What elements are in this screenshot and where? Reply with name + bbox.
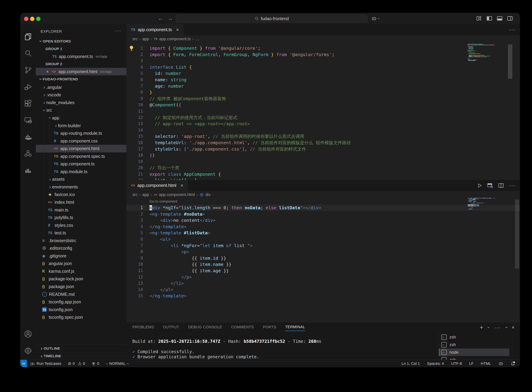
code-line-1[interactable]: 1import { Component } from '@angular/cor… xyxy=(126,45,520,51)
toggle-secondary-sidebar-icon[interactable] xyxy=(507,15,513,21)
outline-section[interactable]: › OUTLINE xyxy=(36,345,126,352)
code-line-10[interactable]: 10@Component({ xyxy=(126,102,520,108)
eol-sequence[interactable]: LF xyxy=(469,361,473,366)
tree-file-angular.json[interactable]: {}angular.json xyxy=(36,260,126,268)
tree-file-tsconfig.json[interactable]: TStsconfig.json xyxy=(36,306,126,313)
code-line-12[interactable]: 12 // 制定组件的使用方式，当前问标记形式 xyxy=(126,114,520,121)
code-line-19[interactable]: 19 xyxy=(126,159,520,165)
code-line-20[interactable]: 20// 导出一个类 xyxy=(126,165,520,171)
panel-tab-terminal[interactable]: TERMINAL xyxy=(285,323,305,331)
code-line-3[interactable]: 3 xyxy=(126,58,520,64)
tree-folder-src[interactable]: ›src xyxy=(36,107,126,114)
tree-file-tsconfig.spec.json[interactable]: {}tsconfig.spec.json xyxy=(36,313,126,321)
codelens-go-to-component[interactable]: Go to component xyxy=(126,198,520,205)
code-editor-typescript[interactable]: 1import { Component } from '@angular/cor… xyxy=(126,43,520,180)
sidebar-item-extensions[interactable] xyxy=(20,95,36,112)
code-line-5[interactable]: 5<ng-template #listData> xyxy=(126,230,520,236)
back-icon[interactable]: ← xyxy=(158,15,163,22)
code-line-3[interactable]: 3 <div>no content</div> xyxy=(126,217,520,224)
settings-button[interactable] xyxy=(20,342,36,359)
code-line-13[interactable]: 13 </li> xyxy=(126,280,520,286)
sidebar-item-live-share[interactable] xyxy=(20,145,36,162)
account-button[interactable] xyxy=(20,326,36,342)
tree-folder-node_modules[interactable]: ›node_modules xyxy=(36,99,126,107)
code-line-2[interactable]: 2<ng-template #noData> xyxy=(126,211,520,217)
code-line-4[interactable]: 4</ng-template> xyxy=(126,224,520,230)
toggle-panel-icon[interactable] xyxy=(497,15,503,21)
code-line-11[interactable]: 11 xyxy=(126,108,520,114)
code-line-21[interactable]: 21export class AppComponent { xyxy=(126,171,520,177)
close-icon[interactable]: × xyxy=(46,69,52,74)
code-line-1[interactable]: 1<div *ngIf="list.length === 0; then noD… xyxy=(126,205,520,211)
close-window-button[interactable] xyxy=(24,17,28,21)
sidebar-item-search[interactable] xyxy=(20,45,36,62)
terminal-session-node[interactable]: >_node xyxy=(439,349,509,356)
minimap[interactable] xyxy=(468,44,500,61)
breadcrumbs[interactable]: src› app› TS app.component.ts› … xyxy=(126,35,520,43)
scrollbar[interactable] xyxy=(508,44,512,79)
tree-file-app.component.spec.ts[interactable]: TSapp.component.spec.ts xyxy=(36,153,126,160)
explorer-more-actions[interactable]: ··· xyxy=(115,28,121,33)
terminal-dropdown-icon[interactable]: › xyxy=(486,327,491,328)
lightbulb-icon[interactable] xyxy=(129,45,134,51)
tree-file-styles.css[interactable]: #styles.css xyxy=(36,221,126,229)
tree-file-tsconfig.app.json[interactable]: {}tsconfig.app.json xyxy=(36,298,126,306)
code-line-6[interactable]: 6 <ul> xyxy=(126,236,520,243)
copilot-button[interactable]: › xyxy=(371,16,379,21)
tree-file-app.component.css[interactable]: #app.component.css xyxy=(36,137,126,145)
tab-app-component-html[interactable]: <> app.component.html × xyxy=(126,180,188,191)
code-line-4[interactable]: 4interface List { xyxy=(126,64,520,70)
open-editor-item[interactable]: TS app.component.ts src/app xyxy=(36,53,126,60)
tree-file-polyfills.ts[interactable]: TSpolyfills.ts xyxy=(36,214,126,221)
sidebar-item-charts[interactable] xyxy=(20,162,36,178)
code-editor-html[interactable]: 1<div *ngIf="list.length === 0; then noD… xyxy=(126,205,520,299)
tab-app-component-ts[interactable]: TS app.component.ts × xyxy=(126,24,184,35)
code-line-7[interactable]: 7 <li *ngFor="let item of list "> xyxy=(126,243,520,249)
code-line-16[interactable]: 16 templateUrl: './app.component.html', … xyxy=(126,140,520,146)
tree-file-app.module.ts[interactable]: TSapp.module.ts xyxy=(36,168,126,176)
run-icon[interactable] xyxy=(477,183,482,188)
tree-file-main.ts[interactable]: TSmain.ts xyxy=(36,206,126,214)
panel-tab-output[interactable]: OUTPUT xyxy=(163,323,179,331)
new-terminal-icon[interactable]: + xyxy=(480,324,483,331)
more-actions-icon[interactable]: ··· xyxy=(509,27,515,33)
terminal-session-zsh[interactable]: >_zsh xyxy=(439,341,509,349)
maximize-panel-icon[interactable]: › xyxy=(504,327,509,328)
tree-folder-.angular[interactable]: ›.angular xyxy=(36,84,126,91)
code-line-11[interactable]: 11 {{ item.age }} xyxy=(126,268,520,274)
code-line-5[interactable]: 5 id: number xyxy=(126,70,520,77)
tree-file-README.md[interactable]: iREADME.md xyxy=(36,290,126,298)
tree-file-index.html[interactable]: <>index.html xyxy=(36,198,126,206)
code-line-2[interactable]: 2import { Form, FormControl, FormGroup, … xyxy=(126,51,520,58)
sidebar-item-docker[interactable] xyxy=(20,128,36,145)
close-icon[interactable]: × xyxy=(176,27,179,33)
tree-file-test.ts[interactable]: TStest.ts xyxy=(36,229,126,237)
customize-layout-button[interactable] xyxy=(476,15,482,21)
tree-file-.browserslistrc[interactable]: ≡.browserslistrc xyxy=(36,237,126,245)
more-actions-icon[interactable]: ··· xyxy=(494,325,500,330)
tree-file-package-lock.json[interactable]: {}package-lock.json xyxy=(36,275,126,283)
timeline-section[interactable]: › TIMELINE xyxy=(36,352,126,360)
terminal-session-zsh[interactable]: >_zsh xyxy=(439,333,509,341)
code-line-10[interactable]: 10 {{ item.name }} xyxy=(126,261,520,268)
code-line-6[interactable]: 6 name: string xyxy=(126,77,520,83)
open-preview-icon[interactable] xyxy=(487,183,493,188)
tree-file-karma.conf.js[interactable]: Kkarma.conf.js xyxy=(36,267,126,275)
code-line-8[interactable]: 8} xyxy=(126,89,520,95)
vim-mode-indicator[interactable]: -- NORMAL -- xyxy=(106,361,129,366)
open-editors-header[interactable]: › OPEN EDITORS xyxy=(36,37,126,45)
code-line-18[interactable]: 18}) xyxy=(126,152,520,159)
sidebar-item-run-debug[interactable] xyxy=(20,78,36,95)
sidebar-item-explorer[interactable] xyxy=(20,28,36,45)
code-line-9[interactable]: 9 {{ item.id }} xyxy=(126,255,520,261)
sidebar-item-source-control[interactable] xyxy=(20,62,36,78)
panel-tab-problems[interactable]: PROBLEMS xyxy=(132,323,154,331)
close-icon[interactable]: × xyxy=(181,183,183,188)
project-root-header[interactable]: › FUDAO-FRONTEND xyxy=(36,75,126,83)
breadcrumbs[interactable]: src› app› <> app.component.html› div xyxy=(126,191,520,198)
tree-file-package.json[interactable]: {}package.json xyxy=(36,283,126,290)
code-line-14[interactable]: 14 </ul> xyxy=(126,286,520,293)
ports-status[interactable]: 0 xyxy=(92,361,99,366)
terminal-output[interactable]: Build at: 2025-01-26T21:16:58.747Z - Has… xyxy=(132,339,321,359)
tree-file-.gitignore[interactable]: ◆.gitignore xyxy=(36,252,126,260)
